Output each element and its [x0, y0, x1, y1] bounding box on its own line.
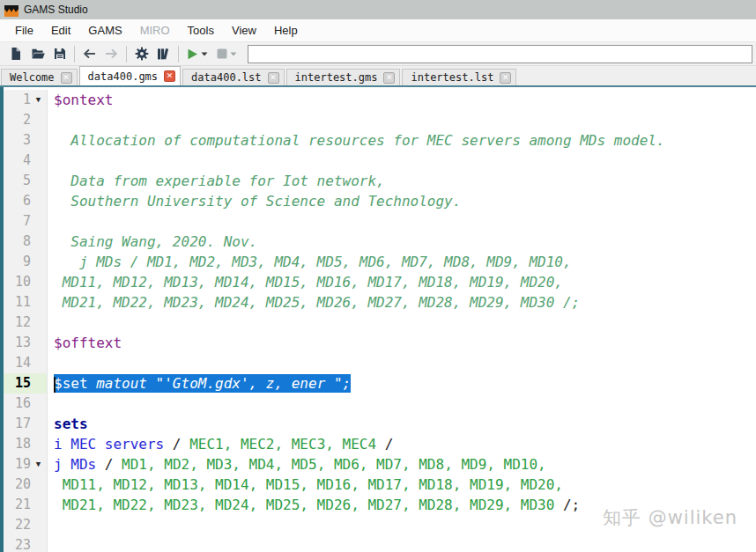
line-number: 6: [4, 191, 31, 211]
code-line-10: 10 MD11, MD12, MD13, MD14, MD15, MD16, M…: [4, 272, 756, 292]
menu-item-file[interactable]: File: [6, 21, 42, 40]
gams-logo-icon: [4, 4, 19, 16]
open-file-button[interactable]: [26, 43, 48, 64]
code-editor[interactable]: 1▼$ontext23 Allocation of computational …: [0, 87, 756, 552]
gutter-cell: 6: [4, 191, 48, 211]
code-line-19: 19▼j MDs / MD1, MD2, MD3, MD4, MD5, MD6,…: [4, 454, 756, 475]
code-line-3: 3 Allocation of computational resources …: [4, 130, 756, 151]
code-line-8: 8 Saing Wang, 2020. Nov.: [4, 232, 756, 252]
line-number: 23: [4, 535, 31, 552]
code-line-1: 1▼$ontext: [4, 90, 756, 110]
line-number: 3: [4, 130, 31, 151]
run-button[interactable]: [182, 43, 212, 64]
code-text[interactable]: Southern University of Science and Techn…: [48, 191, 756, 211]
code-text[interactable]: $ontext: [48, 90, 756, 110]
line-number: 12: [4, 313, 31, 333]
code-text[interactable]: [48, 353, 756, 373]
tab-welcome[interactable]: Welcome✕: [1, 69, 78, 85]
tab-close-icon[interactable]: ✕: [383, 72, 395, 84]
code-text[interactable]: Allocation of computational resources fo…: [48, 130, 756, 151]
code-text[interactable]: MD11, MD12, MD13, MD14, MD15, MD16, MD17…: [48, 272, 756, 292]
tab-close-icon[interactable]: ✕: [61, 72, 72, 84]
menu-item-tools[interactable]: Tools: [179, 21, 223, 40]
code-text[interactable]: i MEC servers / MEC1, MEC2, MEC3, MEC4 /: [48, 434, 756, 454]
code-lines[interactable]: 1▼$ontext23 Allocation of computational …: [4, 87, 756, 552]
line-number: 10: [4, 272, 31, 292]
code-text[interactable]: [48, 394, 756, 414]
code-text[interactable]: $set matout "'GtoM.gdx', z, ener ";: [48, 373, 756, 394]
stop-button: [212, 43, 241, 64]
stop-icon: [217, 48, 227, 59]
line-number: 20: [4, 475, 31, 495]
model-library-button[interactable]: [152, 43, 174, 64]
tab-data400.lst[interactable]: data400.lst✕: [182, 69, 284, 85]
tab-intertest.gms[interactable]: intertest.gms✕: [286, 69, 401, 85]
toolbar-separator: [126, 46, 127, 63]
code-text[interactable]: [48, 535, 756, 552]
selection-highlight: $set matout "'GtoM.gdx', z, ener ";: [54, 374, 351, 393]
code-text[interactable]: $offtext: [48, 333, 756, 353]
gutter-cell: 17: [4, 414, 48, 434]
code-text[interactable]: [48, 151, 756, 171]
code-text[interactable]: [48, 313, 756, 333]
tab-data400.gms[interactable]: data400.gms✕: [79, 66, 181, 85]
toolbar-separator: [178, 46, 179, 63]
tab-close-icon[interactable]: ✕: [164, 70, 175, 82]
code-line-14: 14: [4, 353, 756, 373]
menu-bar: FileEditGAMSMIROToolsViewHelp: [0, 19, 756, 41]
code-text[interactable]: Saing Wang, 2020. Nov.: [48, 232, 756, 252]
gutter-cell: 11: [4, 292, 48, 313]
gutter-cell: 19▼: [4, 454, 48, 475]
menu-item-gams[interactable]: GAMS: [79, 21, 130, 40]
fold-arrow-icon[interactable]: ▼: [31, 90, 46, 110]
tab-bar: Welcome✕data400.gms✕data400.lst✕intertes…: [0, 66, 756, 85]
line-number: 1: [4, 90, 31, 110]
settings-button[interactable]: [130, 43, 152, 64]
gutter-cell: 18: [4, 434, 48, 454]
tab-close-icon[interactable]: ✕: [268, 72, 279, 84]
run-icon: [187, 48, 198, 60]
tab-intertest.lst[interactable]: intertest.lst✕: [402, 69, 516, 85]
gutter-cell: 12: [4, 313, 48, 333]
fold-arrow-icon[interactable]: ▼: [31, 454, 46, 475]
code-line-9: 9 j MDs / MD1, MD2, MD3, MD4, MD5, MD6, …: [4, 252, 756, 272]
code-text[interactable]: [48, 110, 756, 130]
gutter-cell: 23: [4, 535, 48, 552]
gutter-cell: 10: [4, 272, 48, 292]
menu-item-help[interactable]: Help: [265, 21, 307, 40]
code-line-7: 7: [4, 211, 756, 232]
code-text[interactable]: Data from experiable for Iot network,: [48, 171, 756, 191]
code-text[interactable]: MD21, MD22, MD23, MD24, MD25, MD26, MD27…: [48, 292, 756, 313]
command-parameter-input[interactable]: [248, 45, 752, 63]
code-line-18: 18i MEC servers / MEC1, MEC2, MEC3, MEC4…: [4, 434, 756, 454]
code-text[interactable]: sets: [48, 414, 756, 434]
open-file-icon: [31, 47, 45, 61]
line-number: 5: [4, 171, 31, 191]
code-line-23: 23: [4, 535, 756, 552]
gutter-cell: 3: [4, 130, 48, 151]
stop-dropdown-caret-icon: [230, 52, 237, 56]
code-line-4: 4: [4, 151, 756, 171]
code-text[interactable]: j MDs / MD1, MD2, MD3, MD4, MD5, MD6, MD…: [48, 252, 756, 272]
menu-item-edit[interactable]: Edit: [42, 21, 79, 40]
code-text[interactable]: [48, 211, 756, 232]
code-text[interactable]: j MDs / MD1, MD2, MD3, MD4, MD5, MD6, MD…: [48, 454, 756, 475]
new-file-button[interactable]: [4, 43, 26, 64]
line-number: 14: [4, 353, 31, 373]
tab-label: intertest.gms: [295, 71, 378, 84]
model-library-icon: [156, 47, 171, 61]
menu-item-view[interactable]: View: [223, 21, 265, 40]
code-line-2: 2: [4, 110, 756, 130]
gutter-cell: 2: [4, 110, 48, 130]
gutter-cell: 14: [4, 353, 48, 373]
forward-arrow-icon: [104, 47, 119, 61]
code-text[interactable]: MD11, MD12, MD13, MD14, MD15, MD16, MD17…: [48, 475, 756, 495]
back-button[interactable]: [78, 43, 100, 64]
gutter-cell: 7: [4, 211, 48, 232]
tab-close-icon[interactable]: ✕: [500, 72, 511, 84]
forward-button: [100, 43, 122, 64]
line-number: 8: [4, 232, 31, 252]
gutter-cell: 15: [4, 373, 48, 394]
save-button[interactable]: [48, 43, 70, 64]
gutter-cell: 20: [4, 475, 48, 495]
